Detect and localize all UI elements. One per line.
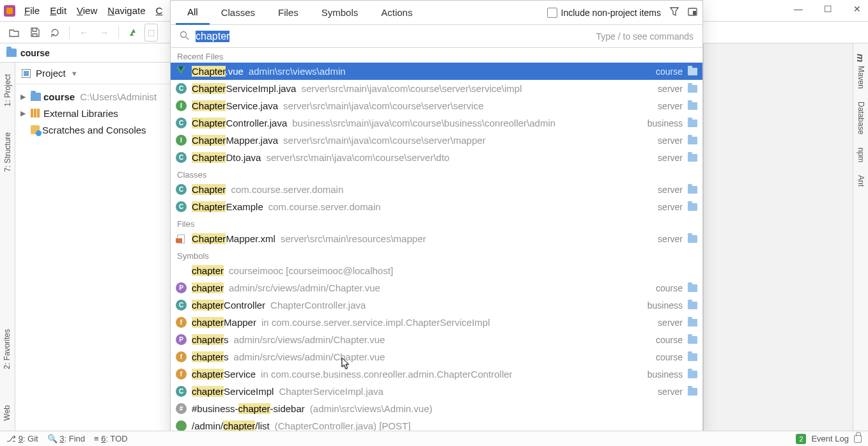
tab-files[interactable]: Files [267, 1, 310, 25]
scratches-icon [31, 125, 40, 134]
cyan-icon: C [176, 201, 187, 212]
result-path: admin/src/views/admin/Chapter.vue [234, 351, 385, 362]
result-row[interactable]: IChapterMapper.java server\src\main\java… [171, 132, 702, 149]
result-row[interactable]: CChapterDto.java server\src\main\java\co… [171, 149, 702, 166]
project-header[interactable]: Project ▼ [15, 63, 170, 84]
result-name: chapters [192, 334, 229, 345]
result-name: ChapterMapper.java [192, 135, 278, 146]
result-row[interactable]: CChapterServiceImpl.java server\src\main… [171, 80, 702, 97]
result-name: chapterMapper [192, 317, 256, 328]
result-path: admin\src\views\admin [249, 66, 346, 77]
include-non-project-checkbox[interactable] [547, 8, 557, 18]
module-icon [688, 388, 697, 396]
tab-classes[interactable]: Classes [210, 1, 267, 25]
tw-ant[interactable]: Ant [856, 175, 865, 187]
result-name: chapter [192, 282, 224, 293]
result-module: server [658, 318, 683, 328]
back-icon[interactable]: ← [75, 24, 93, 42]
tree-external-libs[interactable]: ▶ External Libraries [15, 105, 170, 121]
tab-symbols[interactable]: Symbols [310, 1, 370, 25]
tw-project[interactable]: 1: Project [3, 74, 12, 107]
status-todo[interactable]: ≡ 6: TOD [94, 434, 128, 443]
result-row[interactable]: Pchapter admin/src/views/admin/Chapter.v… [171, 279, 702, 296]
menu-navigate[interactable]: Navigate [104, 3, 149, 19]
menu-view[interactable]: View [73, 3, 101, 19]
result-row[interactable]: fchapters admin/src/views/admin/Chapter.… [171, 348, 702, 365]
orange-icon: f [176, 351, 187, 362]
search-input[interactable] [196, 31, 596, 42]
tw-web[interactable]: Web [3, 405, 12, 420]
result-row[interactable]: Pchapters admin/src/views/admin/Chapter.… [171, 331, 702, 348]
result-name: Chapter.vue [192, 66, 244, 77]
result-row[interactable]: IChapterService.java server\src\main\jav… [171, 97, 702, 114]
search-hint: Type / to see commands [596, 31, 694, 42]
result-row[interactable]: fchapterMapper in com.course.server.serv… [171, 314, 702, 331]
pin-icon[interactable] [688, 8, 697, 18]
cyan-icon: C [176, 184, 187, 195]
tw-favorites[interactable]: 2: Favorites [3, 329, 12, 369]
result-row[interactable]: CChapter com.course.server.domainserver [171, 181, 702, 198]
module-icon [688, 102, 697, 110]
result-row[interactable]: fchapterService in com.course.business.c… [171, 365, 702, 383]
result-module: course [656, 352, 683, 362]
result-name: ChapterController.java [192, 118, 287, 128]
forward-icon[interactable]: → [95, 24, 113, 42]
result-path: admin/src/views/admin/Chapter.vue [229, 282, 380, 293]
tw-npm[interactable]: npm [856, 148, 865, 162]
tw-maven-icon: m [855, 54, 866, 62]
result-row[interactable]: CChapterController.java business\src\mai… [171, 114, 702, 132]
menu-edit[interactable]: Edit [46, 3, 70, 19]
lock-icon[interactable] [854, 435, 862, 443]
result-row[interactable]: ChapterMapper.xml server\src\main\resour… [171, 230, 702, 247]
result-name: ChapterServiceImpl.java [192, 83, 296, 94]
module-icon [688, 371, 697, 378]
build-icon[interactable] [124, 24, 142, 42]
tab-actions[interactable]: Actions [369, 1, 424, 25]
tree-scratches[interactable]: ▶ Scratches and Consoles [15, 121, 170, 138]
purple-icon: P [176, 334, 187, 345]
run-config-fragment[interactable]: ⬚ [144, 24, 158, 42]
close-button[interactable]: ✕ [851, 4, 863, 14]
result-module: business [647, 369, 683, 380]
notification-badge[interactable]: 2 [796, 434, 806, 444]
tab-all[interactable]: All [176, 1, 210, 25]
result-row[interactable]: Chapter.vue admin\src\views\admincourse [171, 63, 702, 80]
breadcrumb-project[interactable]: course [20, 48, 50, 58]
open-icon[interactable] [5, 24, 23, 42]
result-row[interactable]: chapter courseimooc [courseimooc@localho… [171, 262, 702, 279]
include-non-project-label[interactable]: Include non-project items [561, 8, 661, 18]
minimize-button[interactable]: ― [793, 4, 804, 14]
result-row[interactable]: CchapterServiceImpl ChapterServiceImpl.j… [171, 383, 702, 400]
result-row[interactable]: CchapterController ChapterController.jav… [171, 296, 702, 314]
project-tree[interactable]: ▶ course C:\Users\Administ ▶ External Li… [15, 84, 170, 138]
result-name: chapter [192, 265, 224, 276]
library-icon [31, 109, 41, 118]
status-git[interactable]: ⎇ 9: Git [6, 434, 38, 443]
status-find[interactable]: 🔍 3: Find [47, 434, 85, 443]
project-tool-window: Project ▼ ▶ course C:\Users\Administ ▶ E… [15, 63, 170, 431]
status-bar: ⎇ 9: Git 🔍 3: Find ≡ 6: TOD 2 Event Log [0, 431, 868, 446]
result-row[interactable]: CChapterExample com.course.server.domain… [171, 198, 702, 215]
module-icon [688, 336, 697, 344]
status-eventlog[interactable]: Event Log [811, 434, 849, 443]
tw-structure[interactable]: 7: Structure [3, 132, 12, 172]
tw-maven[interactable]: Maven [856, 66, 865, 89]
save-icon[interactable] [26, 24, 43, 42]
menu-code-truncated[interactable]: C [152, 3, 167, 19]
refresh-icon[interactable] [46, 24, 64, 42]
orange-icon: f [176, 369, 187, 380]
module-icon [688, 186, 697, 194]
tree-root[interactable]: ▶ course C:\Users\Administ [15, 88, 170, 105]
purple-icon: P [176, 282, 187, 293]
tw-database[interactable]: Database [856, 102, 865, 134]
section-label: Classes [171, 166, 702, 181]
menu-file[interactable]: File [20, 3, 43, 19]
result-path: courseimooc [courseimooc@localhost] [229, 265, 393, 276]
result-name: ChapterDto.java [192, 152, 261, 163]
result-module: server [658, 234, 683, 244]
results-list: Recent FilesChapter.vue admin\src\views\… [171, 48, 702, 434]
maximize-button[interactable]: ☐ [822, 4, 833, 14]
result-name: chapters [192, 351, 229, 362]
filter-icon[interactable] [670, 7, 679, 18]
result-row[interactable]: ##business-chapter-sidebar (admin\src\vi… [171, 400, 702, 417]
